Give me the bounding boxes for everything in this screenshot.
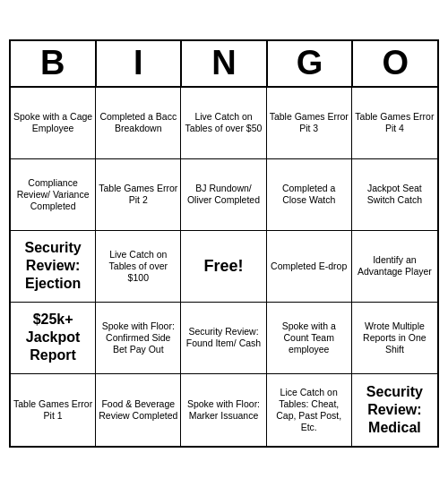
bingo-cell-0[interactable]: Spoke with a Cage Employee <box>11 88 96 159</box>
bingo-grid: Spoke with a Cage EmployeeCompleted a Ba… <box>11 88 437 446</box>
bingo-letter-g: G <box>268 41 354 86</box>
bingo-cell-1[interactable]: Completed a Bacc Breakdown <box>96 88 181 159</box>
bingo-cell-2[interactable]: Live Catch on Tables of over $50 <box>181 88 266 159</box>
bingo-cell-21[interactable]: Food & Beverage Review Completed <box>96 374 181 446</box>
bingo-cell-20[interactable]: Table Games Error Pit 1 <box>11 374 96 446</box>
bingo-letter-n: N <box>182 41 268 86</box>
bingo-cell-13[interactable]: Completed E-drop <box>267 231 352 303</box>
bingo-cell-11[interactable]: Live Catch on Tables of over $100 <box>96 231 181 303</box>
bingo-cell-18[interactable]: Spoke with a Count Team employee <box>267 303 352 374</box>
bingo-cell-16[interactable]: Spoke with Floor: Confirmed Side Bet Pay… <box>96 303 181 374</box>
bingo-letter-i: I <box>97 41 183 86</box>
bingo-cell-7[interactable]: BJ Rundown/ Oliver Completed <box>181 159 266 231</box>
bingo-card: BINGO Spoke with a Cage EmployeeComplete… <box>9 39 439 448</box>
bingo-cell-23[interactable]: Lice Catch on Tables: Cheat, Cap, Past P… <box>267 374 352 446</box>
bingo-cell-6[interactable]: Table Games Error Pit 2 <box>96 159 181 231</box>
bingo-cell-5[interactable]: Compliance Review/ Variance Completed <box>11 159 96 231</box>
bingo-letter-b: B <box>11 41 97 86</box>
bingo-header: BINGO <box>11 41 437 88</box>
bingo-letter-o: O <box>353 41 437 86</box>
bingo-cell-8[interactable]: Completed a Close Watch <box>267 159 352 231</box>
bingo-cell-19[interactable]: Wrote Multiple Reports in One Shift <box>352 303 437 374</box>
bingo-cell-14[interactable]: Identify an Advantage Player <box>352 231 437 303</box>
bingo-cell-9[interactable]: Jackpot Seat Switch Catch <box>352 159 437 231</box>
bingo-cell-12[interactable]: Free! <box>181 231 266 303</box>
bingo-cell-10[interactable]: Security Review: Ejection <box>11 231 96 303</box>
bingo-cell-24[interactable]: Security Review: Medical <box>352 374 437 446</box>
bingo-cell-4[interactable]: Table Games Error Pit 4 <box>352 88 437 159</box>
bingo-cell-22[interactable]: Spoke with Floor: Marker Issuance <box>181 374 266 446</box>
bingo-cell-15[interactable]: $25k+ Jackpot Report <box>11 303 96 374</box>
bingo-cell-17[interactable]: Security Review: Found Item/ Cash <box>181 303 266 374</box>
bingo-cell-3[interactable]: Table Games Error Pit 3 <box>267 88 352 159</box>
